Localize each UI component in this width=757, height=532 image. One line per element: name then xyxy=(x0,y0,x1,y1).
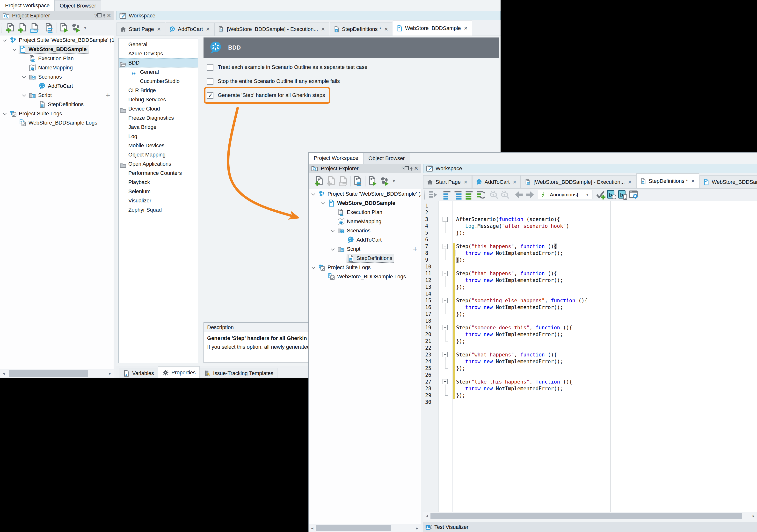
close-tab-icon[interactable]: ✕ xyxy=(156,26,162,32)
fold-collapse-button[interactable]: − xyxy=(442,379,448,384)
expander-chevron-icon[interactable] xyxy=(22,75,26,78)
tree-item-namemapping[interactable]: NameMapping xyxy=(309,217,421,226)
close-button[interactable]: ✕ xyxy=(414,165,418,172)
test-visualizer-bar[interactable]: Test Visualizer xyxy=(423,522,757,532)
add-item-button[interactable]: + xyxy=(106,91,110,100)
bdd-option-stop-the-entire-scenario-outline-if-any-[interactable]: Stop the entire Scenario Outline if any … xyxy=(207,77,340,85)
run-dropdown-caret[interactable]: ▾ xyxy=(391,178,397,184)
doc-tab-webstore-bddsample[interactable]: WebStore_BDDSample✕ xyxy=(393,20,472,36)
navigate-forward-button[interactable] xyxy=(525,189,536,200)
settings-category-bdd[interactable]: BDD xyxy=(119,58,198,68)
add-new-project-button[interactable] xyxy=(313,175,325,187)
expander-chevron-icon[interactable] xyxy=(331,247,335,251)
pin-button[interactable] xyxy=(102,13,107,18)
organize-test-items-button[interactable] xyxy=(43,22,55,34)
tree-item-script[interactable]: Script+ xyxy=(309,244,421,254)
close-tab-icon[interactable]: ✕ xyxy=(320,26,325,32)
doc-tab-addtocart[interactable]: AddToCart✕ xyxy=(166,22,214,36)
help-button[interactable]: ? xyxy=(402,165,404,172)
fold-collapse-button[interactable]: − xyxy=(442,298,448,303)
tree-item-stepdefinitions[interactable]: StepDefinitions xyxy=(0,100,114,109)
test-profile-dropdown[interactable]: [Anonymous]▾ xyxy=(538,190,592,199)
tree-item-webstore-bddsample[interactable]: WebStore_BDDSample xyxy=(0,45,114,54)
expander-chevron-icon[interactable] xyxy=(331,228,335,232)
settings-category-zephyr-squad[interactable]: Zephyr Squad xyxy=(119,205,198,214)
scrollbar-thumb[interactable] xyxy=(431,513,742,519)
expander-chevron-icon[interactable] xyxy=(22,93,26,97)
expander-chevron-icon[interactable] xyxy=(321,201,325,204)
doc-tab-stepdefinitions[interactable]: StepDefinitions *✕ xyxy=(330,22,392,36)
settings-category-debug-services[interactable]: Debug Services xyxy=(119,95,198,104)
bottom-tab-properties[interactable]: Properties xyxy=(158,366,200,378)
run-project-button[interactable] xyxy=(367,175,379,187)
settings-category-playback[interactable]: Playback xyxy=(119,178,198,187)
tree-item-scenarios[interactable]: Scenarios xyxy=(0,72,114,81)
run-project-button[interactable] xyxy=(58,22,70,34)
close-tab-icon[interactable]: ✕ xyxy=(463,179,468,185)
tree-item-webstore-bddsample-logs[interactable]: WebStore_BDDSample Logs xyxy=(0,118,114,127)
fold-collapse-button[interactable]: − xyxy=(442,325,448,330)
close-button[interactable]: ✕ xyxy=(107,13,111,18)
run-dropdown-caret[interactable]: ▾ xyxy=(82,25,88,30)
doc-tab-stepdefinitions[interactable]: StepDefinitions *✕ xyxy=(636,173,699,188)
tree-item-project-suite-logs[interactable]: Project Suite Logs xyxy=(309,263,421,272)
scrollbar-thumb[interactable] xyxy=(316,525,391,531)
fold-collapse-button[interactable]: − xyxy=(442,271,448,276)
tree-item-project-suite-webstore-bddsample-1-p[interactable]: Project Suite 'WebStore_BDDSample' (1 p xyxy=(0,36,114,45)
run-in-browser-button[interactable] xyxy=(606,189,617,200)
settings-category-mobile-devices[interactable]: Mobile Devices xyxy=(119,141,198,150)
tab-project-workspace[interactable]: Project Workspace xyxy=(309,153,363,164)
settings-category-clr-bridge[interactable]: CLR Bridge xyxy=(119,86,198,95)
add-new-item-button[interactable] xyxy=(325,175,337,187)
tree-item-script[interactable]: Script+ xyxy=(0,91,114,100)
scroll-right-arrow[interactable]: ▸ xyxy=(413,524,421,532)
fold-collapse-button[interactable]: − xyxy=(442,352,448,357)
run-on-mobile-button[interactable] xyxy=(617,189,628,200)
doc-tab-webstore-bddsample-execution[interactable]: [WebStore_BDDSample] - Execution...✕ xyxy=(214,22,329,36)
tree-item-project-suite-webstore-bddsample-1-p[interactable]: Project Suite 'WebStore_BDDSample' (1 p xyxy=(309,189,421,199)
add-item-button[interactable]: + xyxy=(413,244,417,254)
run-project-suite-button[interactable] xyxy=(379,175,391,187)
tree-item-namemapping[interactable]: NameMapping xyxy=(0,63,114,72)
doc-tab-webstore-bddsample[interactable]: WebStore_BDDSample✕ xyxy=(700,175,757,188)
close-tab-icon[interactable]: ✕ xyxy=(512,179,517,185)
horizontal-scrollbar[interactable]: ◂▸ xyxy=(0,369,114,378)
doc-tab-addtocart[interactable]: AddToCart✕ xyxy=(472,175,521,188)
add-new-project-button[interactable] xyxy=(4,22,16,34)
doc-tab-start-page[interactable]: Start Page✕ xyxy=(423,175,472,188)
settings-category-freeze-diagnostics[interactable]: Freeze Diagnostics xyxy=(119,113,198,123)
scroll-right-arrow[interactable]: ▸ xyxy=(750,512,757,520)
add-new-item-button[interactable] xyxy=(16,22,29,34)
expander-chevron-icon[interactable] xyxy=(13,47,16,51)
settings-category-performance-counters[interactable]: Performance Counters xyxy=(119,169,198,178)
pin-button[interactable] xyxy=(409,165,414,172)
tree-item-scenarios[interactable]: Scenarios xyxy=(309,226,421,235)
doc-tab-start-page[interactable]: Start Page✕ xyxy=(116,22,165,36)
routines-outline-button[interactable] xyxy=(441,189,452,200)
tree-item-webstore-bddsample-logs[interactable]: WebStore_BDDSample Logs xyxy=(309,272,421,281)
maximize-button[interactable] xyxy=(97,13,102,18)
scroll-left-arrow[interactable]: ◂ xyxy=(0,369,7,378)
close-tab-icon[interactable]: ✕ xyxy=(463,25,469,31)
scroll-right-arrow[interactable]: ▸ xyxy=(106,369,114,378)
horizontal-scrollbar[interactable]: ◂▸ xyxy=(309,524,421,532)
expander-chevron-icon[interactable] xyxy=(312,192,316,195)
tree-item-stepdefinitions[interactable]: StepDefinitions xyxy=(309,254,421,263)
tab-object-browser[interactable]: Object Browser xyxy=(363,153,410,164)
close-tab-icon[interactable]: ✕ xyxy=(205,26,211,32)
run-test-button[interactable] xyxy=(428,189,439,200)
settings-category-cucumberstudio[interactable]: CucumberStudio xyxy=(119,77,198,86)
scroll-left-arrow[interactable]: ◂ xyxy=(309,524,316,532)
tree-item-execution-plan[interactable]: Execution Plan xyxy=(309,208,421,217)
settings-category-azure-devops[interactable]: Azure DevOps xyxy=(119,49,198,58)
bottom-tab-issue-tracking-templates[interactable]: Issue-Tracking Templates xyxy=(200,368,277,378)
tree-item-project-suite-logs[interactable]: Project Suite Logs xyxy=(0,109,114,118)
settings-category-device-cloud[interactable]: Device Cloud xyxy=(119,104,198,113)
horizontal-scrollbar[interactable]: ◂▸ xyxy=(423,512,757,520)
scroll-left-arrow[interactable]: ◂ xyxy=(423,512,431,520)
bdd-option-treat-each-example-in-scenario-outline-a[interactable]: Treat each example in Scenario Outline a… xyxy=(207,63,367,71)
visualizer-view-disabled-button[interactable] xyxy=(489,189,500,200)
organize-test-items-button[interactable] xyxy=(352,175,364,187)
panel-splitter[interactable] xyxy=(421,164,423,532)
expander-chevron-icon[interactable] xyxy=(312,265,316,269)
